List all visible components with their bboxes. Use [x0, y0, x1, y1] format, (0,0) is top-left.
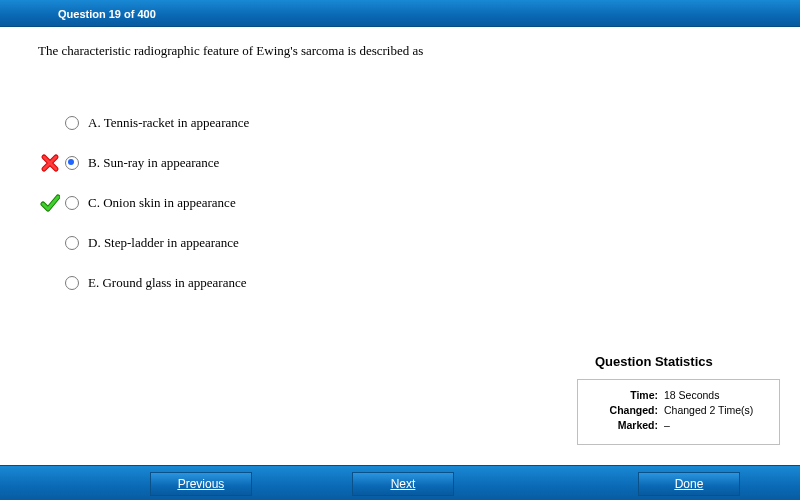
- stat-label: Marked:: [586, 419, 658, 431]
- option-row[interactable]: B. Sun-ray in appearance: [38, 143, 249, 183]
- statistics-title: Question Statistics: [591, 354, 780, 373]
- stat-value: Changed 2 Time(s): [664, 404, 771, 416]
- option-radio[interactable]: [65, 196, 79, 210]
- option-row[interactable]: C. Onion skin in appearance: [38, 183, 249, 223]
- content-area: The characteristic radiographic feature …: [0, 27, 800, 465]
- stat-time: Time: 18 Seconds: [586, 389, 771, 401]
- option-radio[interactable]: [65, 276, 79, 290]
- question-text: The characteristic radiographic feature …: [38, 43, 423, 59]
- option-label: A. Tennis-racket in appearance: [88, 115, 249, 131]
- option-radio[interactable]: [65, 116, 79, 130]
- header-bar: Question 19 of 400: [0, 0, 800, 27]
- option-radio[interactable]: [65, 236, 79, 250]
- option-label: B. Sun-ray in appearance: [88, 155, 219, 171]
- done-button[interactable]: Done: [638, 472, 740, 496]
- stat-label: Time:: [586, 389, 658, 401]
- footer-bar: Previous Next Done: [0, 465, 800, 500]
- option-radio[interactable]: [65, 156, 79, 170]
- option-label: E. Ground glass in appearance: [88, 275, 246, 291]
- stat-marked: Marked: –: [586, 419, 771, 431]
- stat-changed: Changed: Changed 2 Time(s): [586, 404, 771, 416]
- stat-label: Changed:: [586, 404, 658, 416]
- stat-value: 18 Seconds: [664, 389, 771, 401]
- next-button[interactable]: Next: [352, 472, 454, 496]
- previous-button[interactable]: Previous: [150, 472, 252, 496]
- check-icon: [38, 193, 62, 213]
- cross-icon: [38, 153, 62, 173]
- statistics-panel: Time: 18 Seconds Changed: Changed 2 Time…: [577, 379, 780, 445]
- option-label: C. Onion skin in appearance: [88, 195, 236, 211]
- option-row[interactable]: E. Ground glass in appearance: [38, 263, 249, 303]
- question-counter: Question 19 of 400: [0, 8, 156, 20]
- option-row[interactable]: A. Tennis-racket in appearance: [38, 103, 249, 143]
- options-list: A. Tennis-racket in appearance B. Sun-ra…: [38, 103, 249, 303]
- option-row[interactable]: D. Step-ladder in appearance: [38, 223, 249, 263]
- stat-value: –: [664, 419, 771, 431]
- option-label: D. Step-ladder in appearance: [88, 235, 239, 251]
